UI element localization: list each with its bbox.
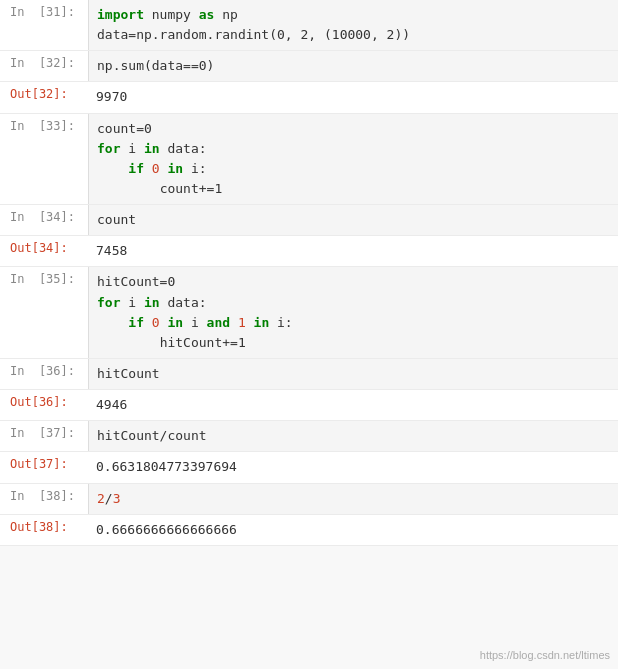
cell-content: 0.6666666666666666 [88,515,618,545]
cell-content: 4946 [88,390,618,420]
code-line: np.sum(data==0) [97,56,610,76]
cell-content[interactable]: 2/3 [88,484,618,514]
code-line: 4946 [96,395,610,415]
code-line: if 0 in i and 1 in i: [97,313,610,333]
out-label: Out[32]: [0,82,88,105]
in-label: In [35]: [0,267,88,290]
in-label: In [31]: [0,0,88,23]
code-line: 2/3 [97,489,610,509]
cell-content[interactable]: np.sum(data==0) [88,51,618,81]
input-cell[interactable]: In [38]:2/3 [0,484,618,515]
cell-content[interactable]: hitCount=0for i in data: if 0 in i and 1… [88,267,618,358]
cell-content[interactable]: count=0for i in data: if 0 in i: count+=… [88,114,618,205]
notebook: In [31]:import numpy as npdata=np.random… [0,0,618,566]
input-cell[interactable]: In [33]:count=0for i in data: if 0 in i:… [0,114,618,206]
input-cell[interactable]: In [31]:import numpy as npdata=np.random… [0,0,618,51]
in-label: In [37]: [0,421,88,444]
in-label: In [36]: [0,359,88,382]
code-line: for i in data: [97,293,610,313]
input-cell[interactable]: In [37]:hitCount/count [0,421,618,452]
output-cell: Out[38]:0.6666666666666666 [0,515,618,546]
code-line: 0.6631804773397694 [96,457,610,477]
watermark: https://blog.csdn.net/ltimes [480,649,610,661]
cell-content: 0.6631804773397694 [88,452,618,482]
in-label: In [32]: [0,51,88,74]
code-line: if 0 in i: [97,159,610,179]
code-line: count [97,210,610,230]
code-line: 0.6666666666666666 [96,520,610,540]
cell-content: 9970 [88,82,618,112]
cell-content[interactable]: hitCount [88,359,618,389]
cell-content[interactable]: import numpy as npdata=np.random.randint… [88,0,618,50]
code-line: hitCount=0 [97,272,610,292]
output-cell: Out[37]:0.6631804773397694 [0,452,618,483]
out-label: Out[36]: [0,390,88,413]
code-line: for i in data: [97,139,610,159]
out-label: Out[37]: [0,452,88,475]
code-line: 9970 [96,87,610,107]
input-cell[interactable]: In [34]:count [0,205,618,236]
input-cell[interactable]: In [35]:hitCount=0for i in data: if 0 in… [0,267,618,359]
cell-content[interactable]: count [88,205,618,235]
output-cell: Out[36]:4946 [0,390,618,421]
code-line: hitCount+=1 [97,333,610,353]
code-line: count=0 [97,119,610,139]
in-label: In [33]: [0,114,88,137]
input-cell[interactable]: In [36]:hitCount [0,359,618,390]
out-label: Out[34]: [0,236,88,259]
cell-content: 7458 [88,236,618,266]
cell-content[interactable]: hitCount/count [88,421,618,451]
code-line: count+=1 [97,179,610,199]
in-label: In [38]: [0,484,88,507]
code-line: hitCount [97,364,610,384]
output-cell: Out[32]:9970 [0,82,618,113]
code-line: 7458 [96,241,610,261]
code-line: hitCount/count [97,426,610,446]
code-line: import numpy as np [97,5,610,25]
out-label: Out[38]: [0,515,88,538]
in-label: In [34]: [0,205,88,228]
code-line: data=np.random.randint(0, 2, (10000, 2)) [97,25,610,45]
output-cell: Out[34]:7458 [0,236,618,267]
input-cell[interactable]: In [32]:np.sum(data==0) [0,51,618,82]
